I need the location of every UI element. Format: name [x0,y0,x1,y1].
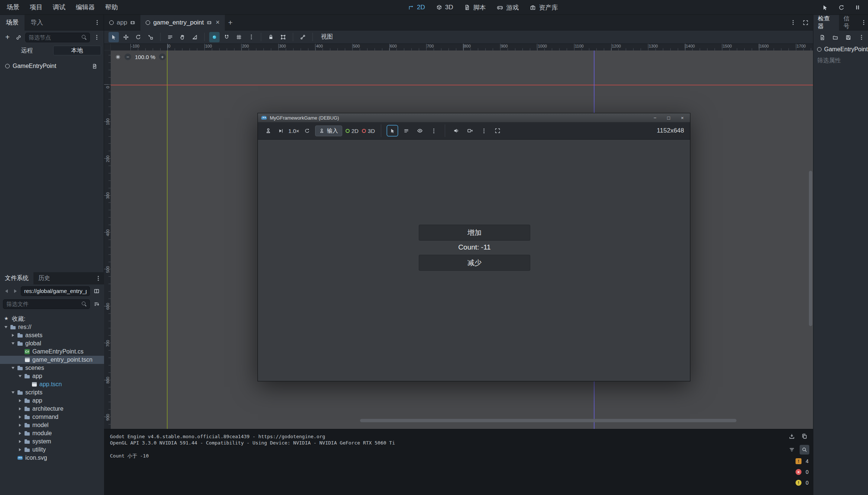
selection-options-button[interactable] [428,126,439,136]
open-script-button[interactable] [90,62,99,71]
file-tree-item[interactable]: utility [0,446,104,454]
file-tree-item[interactable]: GameEntryPoint.cs [0,348,104,356]
toggle-split-mode-button[interactable] [92,287,101,296]
file-tree-item[interactable]: assets [0,331,104,339]
file-tree-item[interactable]: model [0,421,104,429]
expand-chevron-icon[interactable] [18,448,22,451]
scene-tree-menu-button[interactable] [92,33,101,42]
debug-options-button[interactable] [264,126,273,135]
view-menu-button[interactable]: 视图 [317,33,337,41]
distraction-free-button[interactable] [801,18,810,27]
file-tree-item[interactable]: global [0,339,104,348]
scene-tab-app[interactable]: app [104,15,140,30]
scene-tree-root-node[interactable]: GameEntryPoint [0,61,104,71]
search-log-button[interactable] [800,445,809,455]
file-tree-item[interactable]: app.tscn [0,380,104,388]
group-object-button[interactable] [278,32,288,42]
expand-chevron-icon[interactable] [18,407,22,410]
expand-chevron-icon[interactable] [18,424,22,427]
embed-fullscreen-button[interactable] [492,126,503,136]
menu-item[interactable]: 帮助 [100,0,123,14]
move-tool-button[interactable] [121,32,131,42]
file-tree-item[interactable]: res:// [0,323,104,331]
mode-3d-button[interactable]: 3D [362,128,375,134]
list-selectable-button[interactable] [165,32,175,42]
file-tree-item[interactable]: scenes [0,364,104,372]
rotate-tool-button[interactable] [133,32,143,42]
file-tree-item[interactable]: scripts [0,388,104,397]
select-tool-button[interactable] [108,32,119,42]
close-tab-icon[interactable]: × [216,19,220,26]
mode-2d-button[interactable]: 2D [346,128,359,134]
scene-tab-game-entry-point[interactable]: game_entry_point × [140,15,225,30]
save-resource-button[interactable] [844,33,853,42]
workspace-script[interactable]: 脚本 [464,3,486,12]
add-scene-tab-button[interactable]: + [225,15,236,30]
file-tree-item[interactable]: app [0,372,104,380]
instance-scene-button[interactable] [14,33,23,42]
scene-dock-menu-button[interactable] [93,18,101,27]
camera-options-button[interactable] [479,126,489,136]
save-log-button[interactable] [787,432,797,441]
menu-item[interactable]: 调试 [48,0,71,14]
workspace-game[interactable]: 游戏 [497,3,519,12]
reset-speed-button[interactable] [303,126,312,135]
zoom-out-button[interactable]: − [124,53,131,60]
expand-chevron-icon[interactable] [18,375,22,377]
pause-button[interactable] [853,3,862,12]
snap-grid-button[interactable] [234,32,244,42]
expand-chevron-icon[interactable] [11,367,15,369]
file-tree-item[interactable]: app [0,397,104,405]
expand-chevron-icon[interactable] [18,432,22,435]
vertical-ruler[interactable]: 0 100 200 300 400 500 600 700 800 900 [104,51,111,429]
remote-button[interactable]: 远程 [3,46,51,55]
speed-selector[interactable]: 1.0× [288,128,299,134]
decrease-button[interactable]: 减少 [419,255,530,271]
center-view-icon[interactable] [115,54,121,60]
grid-snap-button[interactable] [221,32,232,42]
camera-override-button[interactable] [465,126,475,136]
filter-log-button[interactable] [787,445,797,455]
ruler-tool-button[interactable] [190,32,200,42]
pick-cursor-button[interactable] [820,3,829,12]
horizontal-scrollbar[interactable] [360,419,736,422]
add-node-button[interactable]: + [3,33,12,42]
sort-files-button[interactable] [92,300,101,309]
right-dock-menu-button[interactable] [859,18,868,27]
dock-tab-signals[interactable]: 信号 [839,15,859,30]
filter-nodes-input[interactable] [29,34,80,40]
zoom-level[interactable]: 100.0 % [135,54,155,60]
workspace-2d[interactable]: 2D [408,4,425,11]
minimize-button[interactable]: − [654,115,657,121]
expand-chevron-icon[interactable] [4,326,8,328]
dock-tab-import[interactable]: 导入 [25,15,49,30]
local-button[interactable]: 本地 [53,46,101,55]
zoom-in-button[interactable]: + [159,53,166,60]
workspace-assetlib[interactable]: 资产库 [530,3,558,12]
skeleton-options-button[interactable] [298,32,308,42]
close-button[interactable]: × [681,115,684,121]
game-window-titlebar[interactable]: MyGFrameworkGame (DEBUG) − □ × [258,113,690,122]
maximize-button[interactable]: □ [667,115,670,121]
tab-history[interactable]: 历史 [33,272,55,284]
program-message-counter[interactable]: ! 4 [796,458,809,464]
expand-chevron-icon[interactable] [18,416,22,419]
node-list-button[interactable] [401,126,411,136]
menu-item[interactable]: 编辑器 [71,0,100,14]
file-tree-item[interactable]: system [0,437,104,446]
expand-chevron-icon[interactable] [11,342,15,345]
expand-chevron-icon[interactable] [18,399,22,402]
next-frame-button[interactable] [276,126,285,135]
dock-tab-inspector[interactable]: 检查器 [813,15,839,30]
load-resource-button[interactable] [831,33,840,42]
scene-tab-list-button[interactable] [788,18,797,27]
select-mode-button[interactable] [387,126,398,136]
horizontal-ruler[interactable]: -100010020030040050060070080090010001100… [111,44,813,51]
workspace-3d[interactable]: 3D [436,4,453,11]
scale-tool-button[interactable] [145,32,156,42]
expand-chevron-icon[interactable] [18,440,22,443]
menu-item[interactable]: 项目 [25,0,48,14]
new-resource-button[interactable] [818,33,827,42]
inspector-menu-button[interactable] [857,33,866,42]
inspected-node-row[interactable]: GameEntryPoint... [813,44,868,55]
